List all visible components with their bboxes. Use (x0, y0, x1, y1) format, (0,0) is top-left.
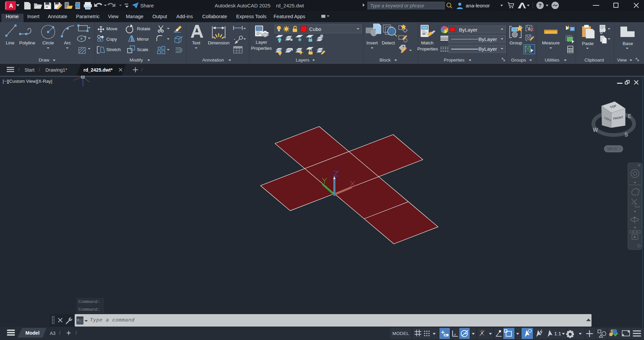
svg-text:S: S (624, 132, 628, 138)
svg-text:A: A (9, 3, 13, 9)
svg-text:1:1: 1:1 (554, 331, 561, 336)
svg-text:E: E (628, 113, 632, 119)
svg-text:WCS: WCS (607, 146, 617, 151)
svg-text:W: W (593, 127, 598, 133)
